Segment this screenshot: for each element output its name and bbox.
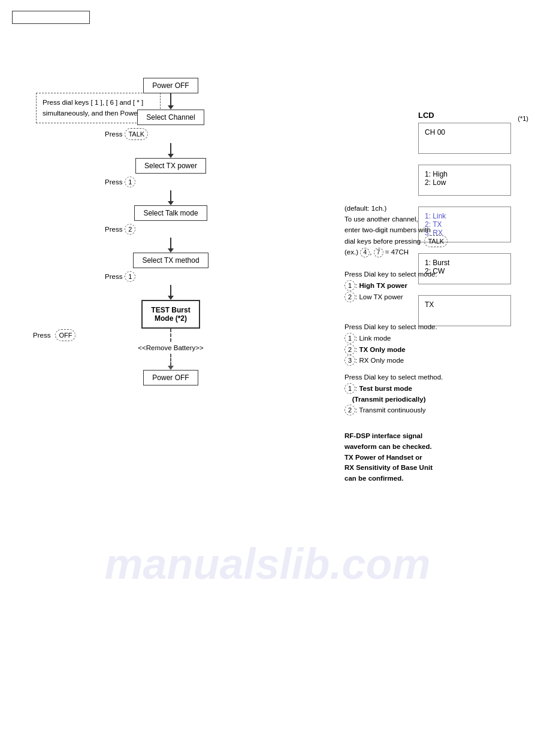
sc-note-default: (default: 1ch.)	[344, 205, 386, 212]
sc-note-ex: (ex.) 4, 7 = 47CH	[344, 248, 409, 256]
press-2a-label: Press	[105, 226, 122, 233]
lcd-box-1: CH 00 (*1)	[418, 123, 511, 154]
test-burst-note-text: Test burst mode	[359, 385, 412, 392]
lcd-high: 1: High	[425, 170, 448, 178]
tb-desc5: can be confirmed.	[344, 475, 403, 482]
key3-talk: 3	[344, 355, 355, 366]
select-talk-mode-box: Select Talk mode	[134, 205, 207, 221]
test-burst-mode-box: TEST Burst Mode (*2)	[141, 300, 200, 329]
key2-tx: 2	[344, 292, 355, 302]
key1-tx: 1	[344, 280, 355, 291]
key1-method: 1	[344, 383, 355, 394]
talk-key-dashed: TALK	[125, 128, 148, 140]
talk-key-text-inline: TALK	[428, 238, 444, 245]
sc-note-2: enter two-digit numbers with	[344, 226, 431, 233]
select-channel-notes: (default: 1ch.) To use another channel, …	[344, 204, 470, 258]
tx-only-text: TX Only mode	[359, 346, 405, 353]
remove-battery-label: <<Remove Battery>>	[138, 344, 203, 351]
lcd-burst: 1: Burst	[425, 259, 449, 267]
press-talk-label: Press	[105, 130, 122, 138]
transmit-periodically-text: (Transmit periodically)	[352, 396, 426, 403]
tb-desc2: waveform can be checked.	[344, 443, 432, 450]
talk-mode-notes: Press Dial key to select mode. 1: Link m…	[344, 322, 470, 366]
talk-key-text: TALK	[128, 130, 144, 138]
key1-dashed-b: 1	[125, 271, 135, 282]
select-channel-box: Select Channel	[137, 110, 204, 125]
top-bar-rectangle	[12, 11, 90, 24]
off-key-dashed: OFF	[55, 329, 75, 341]
off-key-text: OFF	[59, 332, 72, 339]
test-burst-mode2-label: Mode (*2)	[155, 314, 187, 323]
rx-only-text: RX Only mode	[359, 357, 404, 364]
key2-method: 2	[344, 405, 355, 415]
tx-method-notes: Press Dial key to select method. 1: Test…	[344, 372, 476, 416]
arrowhead-5	[168, 296, 174, 300]
arrowhead-4	[168, 248, 174, 253]
arrow-1	[170, 93, 171, 105]
select-tx-method-box: Select TX method	[133, 253, 208, 268]
press-1b-label: Press	[105, 273, 122, 280]
sc-note-3: dial keys before pressing	[344, 238, 421, 245]
lcd-star1: (*1)	[518, 115, 528, 122]
dashed-arrow-1	[170, 329, 171, 342]
power-off-bottom-box: Power OFF	[143, 370, 198, 385]
select-tx-power-label: Select TX power	[144, 162, 197, 170]
tx-method-note: Press Dial key to select method.	[344, 374, 443, 381]
arrowhead-3	[168, 201, 174, 205]
press-off-side: Press OFF	[33, 329, 75, 341]
arrowhead-2	[168, 154, 174, 158]
arrow-3	[170, 190, 171, 201]
high-tx-text: High TX power	[359, 282, 407, 289]
watermark: manualslib.com	[104, 539, 430, 588]
tx-power-note: Press Dial key to select mode.	[344, 271, 437, 278]
power-off-bottom-label: Power OFF	[152, 374, 189, 382]
tx-power-notes: Press Dial key to select mode. 1: High T…	[344, 269, 470, 302]
sc-note-1: To use another channel,	[344, 215, 418, 223]
key1-text-a: 1	[128, 178, 132, 186]
press-1-row-a: Press 1	[105, 177, 135, 187]
transmit-cont-text: Transmit continuously	[359, 406, 425, 414]
arrow-2	[170, 143, 171, 154]
power-off-top-label: Power OFF	[152, 81, 189, 90]
tb-desc3: TX Power of Handset or	[344, 454, 422, 461]
flowchart-main: Power OFF Select Channel (default: 1ch.)…	[93, 78, 249, 385]
lcd-ch00: CH 00	[425, 128, 445, 136]
select-talk-mode-label: Select Talk mode	[143, 209, 198, 217]
press-2-row: Press 2	[105, 224, 135, 235]
test-burst-notes: RF-DSP interface signal waveform can be …	[344, 431, 470, 484]
key1-text-b: 1	[128, 273, 132, 280]
test-burst-mode-label: TEST Burst	[151, 306, 190, 314]
key2-dashed: 2	[125, 224, 135, 235]
press-1a-label: Press	[105, 178, 122, 186]
power-off-top-box: Power OFF	[143, 78, 198, 93]
select-channel-label: Select Channel	[146, 113, 195, 122]
talk-key-inline: TALK	[424, 235, 448, 247]
talk-mode-note: Press Dial key to select mode.	[344, 323, 437, 330]
low-tx-text: Low TX power	[359, 293, 403, 300]
key2-talk: 2	[344, 344, 355, 355]
tb-desc1: RF-DSP interface signal	[344, 432, 422, 439]
key1-talk: 1	[344, 333, 355, 344]
tb-desc4: RX Sensitivity of Base Unit	[344, 464, 433, 471]
dashed-arrow-2	[170, 354, 171, 366]
lcd-label: LCD	[418, 111, 511, 120]
key1-dashed-a: 1	[125, 177, 135, 187]
link-mode-text: Link mode	[359, 335, 391, 342]
key2-text: 2	[128, 226, 132, 233]
lcd-low: 2: Low	[425, 178, 446, 187]
press-1-row-b: Press 1	[105, 271, 135, 282]
select-tx-power-box: Select TX power	[135, 158, 206, 174]
arrow-5	[170, 285, 171, 296]
arrowhead-1	[168, 105, 174, 110]
select-tx-method-label: Select TX method	[142, 256, 199, 265]
lcd-box-2: 1: High 2: Low	[418, 165, 511, 196]
arrowhead-6	[168, 366, 174, 370]
press-talk-row: Press TALK	[105, 128, 148, 140]
arrow-4	[170, 238, 171, 248]
press-off-label: Press	[33, 332, 50, 339]
